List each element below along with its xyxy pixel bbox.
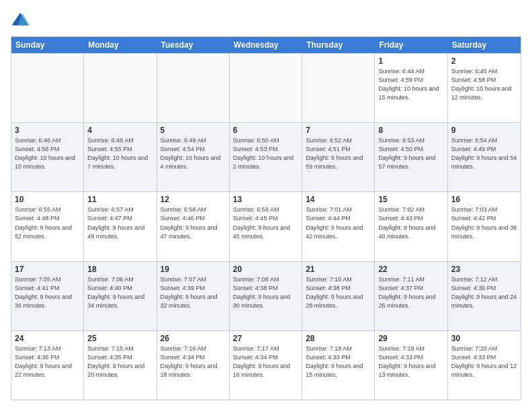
- day-cell-17: 17Sunrise: 7:05 AM Sunset: 4:41 PM Dayli…: [11, 262, 84, 330]
- day-cell-8: 8Sunrise: 6:53 AM Sunset: 4:50 PM Daylig…: [375, 123, 447, 191]
- day-cell-14: 14Sunrise: 7:01 AM Sunset: 4:44 PM Dayli…: [302, 192, 375, 261]
- day-cell-20: 20Sunrise: 7:08 AM Sunset: 4:38 PM Dayli…: [230, 262, 302, 330]
- day-cell-18: 18Sunrise: 7:06 AM Sunset: 4:40 PM Dayli…: [84, 262, 157, 330]
- day-number: 17: [15, 265, 80, 274]
- day-number: 23: [451, 265, 517, 274]
- day-cell-9: 9Sunrise: 6:54 AM Sunset: 4:49 PM Daylig…: [448, 123, 521, 191]
- day-cell-25: 25Sunrise: 7:15 AM Sunset: 4:35 PM Dayli…: [84, 331, 157, 400]
- calendar-header: SundayMondayTuesdayWednesdayThursdayFrid…: [11, 37, 521, 53]
- day-info: Sunrise: 6:49 AM Sunset: 4:54 PM Dayligh…: [161, 136, 226, 171]
- day-info: Sunrise: 6:52 AM Sunset: 4:51 PM Dayligh…: [306, 136, 371, 171]
- day-cell-28: 28Sunrise: 7:18 AM Sunset: 4:33 PM Dayli…: [302, 331, 375, 400]
- day-number: 30: [451, 334, 517, 343]
- day-cell-12: 12Sunrise: 6:58 AM Sunset: 4:46 PM Dayli…: [157, 192, 230, 261]
- day-cell-5: 5Sunrise: 6:49 AM Sunset: 4:54 PM Daylig…: [157, 123, 230, 191]
- header-day-sunday: Sunday: [11, 37, 84, 53]
- day-cell-4: 4Sunrise: 6:48 AM Sunset: 4:55 PM Daylig…: [84, 123, 157, 191]
- day-number: 21: [306, 265, 371, 274]
- day-number: 3: [15, 126, 80, 135]
- day-number: 9: [451, 126, 517, 135]
- empty-cell: [302, 54, 375, 122]
- day-info: Sunrise: 7:17 AM Sunset: 4:34 PM Dayligh…: [233, 345, 298, 379]
- day-cell-2: 2Sunrise: 6:45 AM Sunset: 4:58 PM Daylig…: [448, 54, 521, 122]
- calendar-row-2: 3Sunrise: 6:46 AM Sunset: 4:56 PM Daylig…: [11, 122, 521, 191]
- day-info: Sunrise: 6:45 AM Sunset: 4:58 PM Dayligh…: [451, 67, 517, 102]
- day-info: Sunrise: 6:59 AM Sunset: 4:45 PM Dayligh…: [233, 205, 298, 240]
- empty-cell: [84, 54, 157, 122]
- day-cell-13: 13Sunrise: 6:59 AM Sunset: 4:45 PM Dayli…: [230, 192, 302, 261]
- header-day-monday: Monday: [84, 37, 157, 53]
- day-info: Sunrise: 7:01 AM Sunset: 4:44 PM Dayligh…: [306, 205, 371, 240]
- day-number: 10: [15, 195, 80, 204]
- day-cell-26: 26Sunrise: 7:16 AM Sunset: 4:34 PM Dayli…: [157, 331, 230, 400]
- calendar-row-1: 1Sunrise: 6:44 AM Sunset: 4:59 PM Daylig…: [11, 53, 521, 122]
- day-number: 14: [306, 195, 371, 204]
- day-cell-3: 3Sunrise: 6:46 AM Sunset: 4:56 PM Daylig…: [11, 123, 84, 191]
- day-cell-15: 15Sunrise: 7:02 AM Sunset: 4:43 PM Dayli…: [375, 192, 447, 261]
- day-info: Sunrise: 7:13 AM Sunset: 4:36 PM Dayligh…: [15, 345, 80, 379]
- header: [11, 11, 521, 30]
- day-cell-24: 24Sunrise: 7:13 AM Sunset: 4:36 PM Dayli…: [11, 331, 84, 400]
- day-info: Sunrise: 6:46 AM Sunset: 4:56 PM Dayligh…: [15, 136, 80, 171]
- day-number: 15: [378, 195, 443, 204]
- day-info: Sunrise: 6:54 AM Sunset: 4:49 PM Dayligh…: [451, 136, 517, 171]
- empty-cell: [11, 54, 84, 122]
- day-number: 1: [378, 56, 443, 66]
- day-info: Sunrise: 7:08 AM Sunset: 4:38 PM Dayligh…: [233, 275, 298, 310]
- day-number: 24: [15, 334, 80, 343]
- day-info: Sunrise: 7:20 AM Sunset: 4:33 PM Dayligh…: [451, 345, 517, 379]
- day-number: 12: [161, 195, 226, 204]
- empty-cell: [230, 54, 302, 122]
- day-number: 2: [451, 56, 517, 66]
- day-cell-22: 22Sunrise: 7:11 AM Sunset: 4:37 PM Dayli…: [375, 262, 447, 330]
- day-info: Sunrise: 7:16 AM Sunset: 4:34 PM Dayligh…: [161, 345, 226, 379]
- day-cell-19: 19Sunrise: 7:07 AM Sunset: 4:39 PM Dayli…: [157, 262, 230, 330]
- day-info: Sunrise: 6:57 AM Sunset: 4:47 PM Dayligh…: [87, 205, 152, 240]
- day-number: 16: [451, 195, 517, 204]
- day-number: 27: [233, 334, 298, 343]
- day-number: 29: [378, 334, 443, 343]
- day-number: 11: [87, 195, 152, 204]
- day-info: Sunrise: 7:12 AM Sunset: 4:36 PM Dayligh…: [451, 275, 517, 310]
- day-cell-29: 29Sunrise: 7:19 AM Sunset: 4:33 PM Dayli…: [375, 331, 447, 400]
- day-info: Sunrise: 6:50 AM Sunset: 4:53 PM Dayligh…: [233, 136, 298, 171]
- day-info: Sunrise: 7:19 AM Sunset: 4:33 PM Dayligh…: [378, 345, 443, 379]
- logo-icon: [11, 11, 30, 30]
- day-info: Sunrise: 7:05 AM Sunset: 4:41 PM Dayligh…: [15, 275, 80, 310]
- empty-cell: [157, 54, 230, 122]
- day-info: Sunrise: 7:03 AM Sunset: 4:42 PM Dayligh…: [451, 205, 517, 240]
- day-number: 18: [87, 265, 152, 274]
- day-number: 19: [161, 265, 226, 274]
- day-info: Sunrise: 7:06 AM Sunset: 4:40 PM Dayligh…: [87, 275, 152, 310]
- header-day-saturday: Saturday: [448, 37, 521, 53]
- day-info: Sunrise: 6:53 AM Sunset: 4:50 PM Dayligh…: [378, 136, 443, 171]
- calendar-row-5: 24Sunrise: 7:13 AM Sunset: 4:36 PM Dayli…: [11, 330, 521, 400]
- day-cell-30: 30Sunrise: 7:20 AM Sunset: 4:33 PM Dayli…: [448, 331, 521, 400]
- header-day-tuesday: Tuesday: [157, 37, 230, 53]
- day-info: Sunrise: 7:10 AM Sunset: 4:38 PM Dayligh…: [306, 275, 371, 310]
- day-number: 13: [233, 195, 298, 204]
- day-number: 25: [87, 334, 152, 343]
- day-cell-23: 23Sunrise: 7:12 AM Sunset: 4:36 PM Dayli…: [448, 262, 521, 330]
- day-cell-1: 1Sunrise: 6:44 AM Sunset: 4:59 PM Daylig…: [375, 54, 447, 122]
- day-cell-11: 11Sunrise: 6:57 AM Sunset: 4:47 PM Dayli…: [84, 192, 157, 261]
- calendar: SundayMondayTuesdayWednesdayThursdayFrid…: [11, 36, 521, 400]
- day-number: 5: [161, 126, 226, 135]
- day-number: 8: [378, 126, 443, 135]
- day-number: 4: [87, 126, 152, 135]
- day-number: 28: [306, 334, 371, 343]
- day-info: Sunrise: 7:15 AM Sunset: 4:35 PM Dayligh…: [87, 345, 152, 379]
- day-cell-21: 21Sunrise: 7:10 AM Sunset: 4:38 PM Dayli…: [302, 262, 375, 330]
- day-cell-10: 10Sunrise: 6:55 AM Sunset: 4:48 PM Dayli…: [11, 192, 84, 261]
- day-info: Sunrise: 7:07 AM Sunset: 4:39 PM Dayligh…: [161, 275, 226, 310]
- day-info: Sunrise: 7:18 AM Sunset: 4:33 PM Dayligh…: [306, 345, 371, 379]
- day-info: Sunrise: 6:44 AM Sunset: 4:59 PM Dayligh…: [378, 67, 443, 102]
- header-day-friday: Friday: [375, 37, 447, 53]
- logo: [11, 11, 32, 30]
- header-day-wednesday: Wednesday: [230, 37, 302, 53]
- calendar-row-3: 10Sunrise: 6:55 AM Sunset: 4:48 PM Dayli…: [11, 191, 521, 261]
- day-cell-6: 6Sunrise: 6:50 AM Sunset: 4:53 PM Daylig…: [230, 123, 302, 191]
- day-info: Sunrise: 6:55 AM Sunset: 4:48 PM Dayligh…: [15, 205, 80, 240]
- day-info: Sunrise: 7:02 AM Sunset: 4:43 PM Dayligh…: [378, 205, 443, 240]
- calendar-body: 1Sunrise: 6:44 AM Sunset: 4:59 PM Daylig…: [11, 53, 521, 400]
